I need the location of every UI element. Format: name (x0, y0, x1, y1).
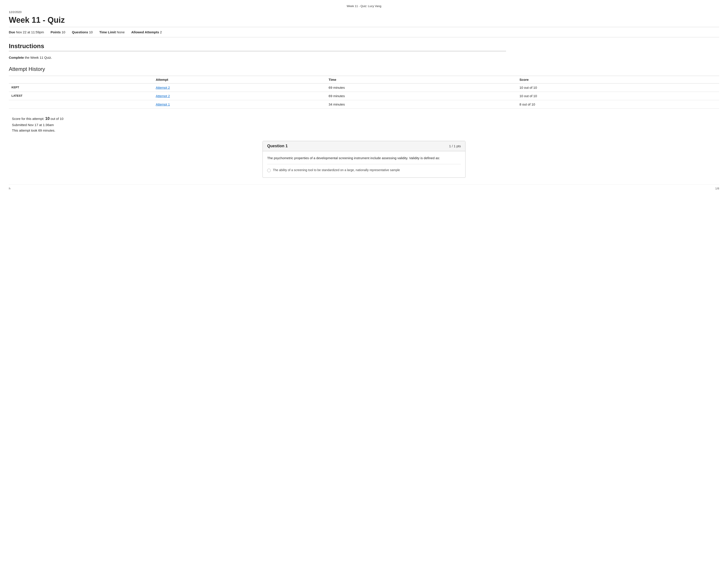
page-date: 12/2/2020 (9, 10, 719, 14)
answer-option-text: The ability of a screening tool to be st… (273, 168, 400, 172)
questions-field: Questions 10 (72, 30, 93, 34)
due-label: Due (9, 30, 15, 34)
points-field: Points 10 (51, 30, 65, 34)
attempt-row-score: 10 out of 10 (517, 92, 719, 100)
footer-left: h (9, 187, 10, 190)
browser-tab-title: Week 11 - Quiz: Lucy Vang (9, 4, 719, 8)
attempt-row-time: 34 minutes (326, 100, 517, 109)
answer-option[interactable]: The ability of a screening tool to be st… (267, 167, 461, 173)
question-1-text: The psychometric properties of a develop… (267, 156, 461, 161)
instructions-bold: Complete (9, 56, 24, 59)
page-title: Week 11 - Quiz (9, 15, 719, 25)
col-score-header: Score (517, 76, 719, 83)
instructions-section-title: Instructions (9, 43, 719, 50)
due-field: Due Nov 22 at 11:59pm (9, 30, 44, 34)
attempt-row-time: 69 minutes (326, 83, 517, 92)
score-line3: This attempt took 69 minutes. (12, 128, 716, 133)
question-1-options: The ability of a screening tool to be st… (267, 167, 461, 173)
points-value-text: 10 (62, 30, 65, 34)
allowed-attempts-field: Allowed Attempts 2 (131, 30, 162, 34)
col-label-header (9, 76, 153, 83)
points-label: Points (51, 30, 61, 34)
question-1-points: 1 / 1 pts (449, 144, 461, 148)
footer-right: 1/8 (715, 187, 719, 190)
score-prefix: Score for this attempt: (12, 117, 45, 120)
attempt-table-row: LATEST Attempt 2 69 minutes 10 out of 10 (9, 92, 719, 100)
instructions-rest: the Week 11 Quiz. (24, 56, 52, 59)
attempt-row-score: 10 out of 10 (517, 83, 719, 92)
time-limit-field: Time Limit None (99, 30, 125, 34)
attempt-row-label (9, 100, 153, 109)
allowed-attempts-label: Allowed Attempts (131, 30, 159, 34)
score-suffix: out of 10 (50, 117, 64, 120)
page-footer: h 1/8 (9, 184, 719, 190)
time-limit-label: Time Limit (99, 30, 116, 34)
attempt-history-table: Attempt Time Score KEPT Attempt 2 69 min… (9, 76, 719, 109)
question-1-title: Question 1 (267, 144, 288, 148)
questions-label: Questions (72, 30, 88, 34)
attempt-row-attempt[interactable]: Attempt 2 (153, 92, 326, 100)
attempt-table-row: Attempt 1 34 minutes 8 out of 10 (9, 100, 719, 109)
col-attempt-header: Attempt (153, 76, 326, 83)
col-time-header: Time (326, 76, 517, 83)
attempt-row-attempt[interactable]: Attempt 1 (153, 100, 326, 109)
score-line2: Submitted Nov 17 at 1:36am (12, 122, 716, 128)
quiz-meta-bar: Due Nov 22 at 11:59pm Points 10 Question… (9, 27, 719, 37)
attempt-history-title: Attempt History (9, 66, 719, 72)
instructions-text: Complete the Week 11 Quiz. (9, 56, 719, 59)
due-value-text: Nov 22 at 11:59pm (16, 30, 44, 34)
attempt-table-row: KEPT Attempt 2 69 minutes 10 out of 10 (9, 83, 719, 92)
score-summary: Score for this attempt: 10 out of 10 Sub… (9, 113, 719, 135)
score-bold: 10 (45, 116, 50, 121)
questions-value-text: 10 (89, 30, 93, 34)
instructions-divider (9, 51, 506, 51)
allowed-attempts-value-text: 2 (160, 30, 162, 34)
attempt-row-time: 69 minutes (326, 92, 517, 100)
question-1-card: Question 1 1 / 1 pts The psychometric pr… (263, 141, 465, 178)
question-1-header: Question 1 1 / 1 pts (263, 141, 465, 151)
attempt-row-label: KEPT (9, 83, 153, 92)
score-line1: Score for this attempt: 10 out of 10 (12, 115, 716, 122)
radio-circle (267, 169, 271, 172)
attempt-row-attempt[interactable]: Attempt 2 (153, 83, 326, 92)
attempt-row-label: LATEST (9, 92, 153, 100)
question-1-body: The psychometric properties of a develop… (263, 151, 465, 178)
attempt-row-score: 8 out of 10 (517, 100, 719, 109)
attempt-table-header-row: Attempt Time Score (9, 76, 719, 83)
time-limit-value-text: None (117, 30, 125, 34)
